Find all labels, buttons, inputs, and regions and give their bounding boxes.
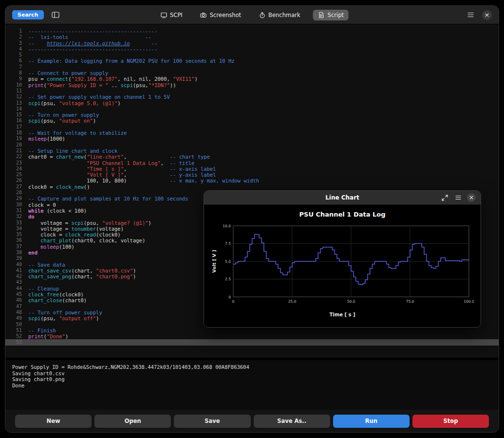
line-number: 1 [5, 28, 28, 34]
line-number: 10 [5, 82, 28, 88]
chart-window-titlebar[interactable]: Line Chart × [204, 191, 481, 205]
line-number: 39 [5, 256, 28, 261]
code-line[interactable]: 25 "Volt [ V ]", -- y-axis label [5, 172, 499, 178]
chart-menu-button[interactable] [454, 193, 463, 202]
code-line[interactable]: 1---------------------------------------… [5, 28, 499, 34]
tab-benchmark[interactable]: Benchmark [254, 10, 305, 20]
code-text: print("Power Supply ID = " .. scpi(psu,"… [28, 82, 499, 88]
code-line[interactable]: 8-- Connect to power supply [5, 70, 499, 76]
new-button[interactable]: New [15, 415, 92, 428]
line-number: 2 [5, 34, 28, 40]
tab-label: SCPI [170, 12, 183, 18]
search-button[interactable]: Search [12, 10, 44, 19]
code-line[interactable]: 19msleep(1000) [5, 136, 499, 142]
tab-label: Script [328, 12, 344, 18]
svg-text:100.0: 100.0 [464, 299, 474, 304]
line-number: 51 [5, 328, 28, 333]
svg-text:0: 0 [228, 295, 231, 299]
line-number: 52 [5, 333, 28, 339]
code-line[interactable]: 26 100, 10, 800) -- x max, y max, window… [5, 178, 499, 183]
save-as-button[interactable]: Save As.. [254, 415, 330, 428]
code-line[interactable]: 52print("Done") [5, 333, 499, 339]
line-number: 47 [5, 304, 28, 310]
line-number: 29 [5, 196, 28, 201]
code-text: clock0 = clock_new() [28, 184, 499, 190]
code-line[interactable]: 24 "Time [ s ]", -- x-axis label [5, 166, 499, 172]
code-text: scpi(psu, "voltage 5.0, (@1)") [28, 100, 499, 106]
code-line[interactable]: 53 [5, 339, 499, 345]
line-number: 27 [5, 184, 28, 190]
code-line[interactable]: 4---------------------------------------… [5, 46, 499, 52]
line-chart-window: Line Chart × PSU Channel 1 Data Log [204, 190, 481, 328]
line-number: 42 [5, 274, 28, 279]
code-text: msleep(1000) [28, 136, 499, 142]
code-line[interactable]: 22chart0 = chart_new("line-chart", -- ch… [5, 154, 499, 160]
code-line[interactable]: 6-- Example: Data logging from a NGM202 … [5, 58, 499, 64]
code-line[interactable]: 21-- Setup line chart and clock [5, 148, 499, 154]
line-number: 32 [5, 214, 28, 219]
code-line[interactable]: 3-- https://lxi-tools.github.io -- [5, 40, 499, 46]
header-bar: Search SCPI [5, 6, 499, 24]
run-button[interactable]: Run [333, 415, 410, 428]
hamburger-menu-icon [455, 194, 462, 201]
line-number: 40 [5, 262, 28, 268]
save-button[interactable]: Save [174, 415, 250, 428]
code-line[interactable]: 7 [5, 64, 499, 70]
code-line[interactable]: 12-- Set power supply voltage on channel… [5, 94, 499, 100]
code-line[interactable]: 18-- Wait for voltage to stabilize [5, 130, 499, 136]
code-line[interactable]: 5 [5, 52, 499, 58]
chart-y-axis-label: Volt [ V ] [211, 250, 217, 273]
code-line[interactable]: 23 "PSU Channel 1 Data Log", -- title [5, 160, 499, 166]
scpi-terminal-icon [160, 12, 167, 18]
line-number: 24 [5, 166, 28, 172]
tab-label: Screenshot [210, 12, 241, 18]
line-number: 13 [5, 100, 28, 106]
tab-script[interactable]: Script [313, 10, 349, 20]
hamburger-menu-icon [467, 11, 474, 18]
chart-body: PSU Channel 1 Data Log 025.050.075.0100.… [204, 205, 481, 328]
code-line[interactable]: 9psu = connect("192.168.0.107", nil, nil… [5, 76, 499, 82]
code-text [28, 339, 499, 345]
line-number: 25 [5, 172, 28, 178]
code-line[interactable]: 16scpi(psu, "output on") [5, 118, 499, 124]
code-line[interactable]: 10print("Power Supply ID = " .. scpi(psu… [5, 82, 499, 88]
code-text: "Volt [ V ]", -- y-axis label [28, 172, 499, 178]
code-text [28, 106, 499, 112]
chart-plot-svg: 025.050.075.0100.002.55.07.510.0Volt [ V… [210, 223, 474, 310]
close-icon: × [469, 195, 474, 201]
code-line[interactable]: 51-- Finish [5, 328, 499, 333]
code-line[interactable]: 20 [5, 142, 499, 148]
main-menu-button[interactable] [466, 10, 475, 19]
svg-text:2.5: 2.5 [225, 277, 231, 281]
code-line[interactable]: 14 [5, 106, 499, 112]
chart-close-button[interactable]: × [467, 193, 476, 202]
code-line[interactable]: 2-- lxi-tools -- [5, 34, 499, 40]
svg-text:5.0: 5.0 [225, 259, 231, 264]
line-number: 34 [5, 226, 28, 232]
line-number: 11 [5, 88, 28, 94]
chart-fullscreen-button[interactable] [440, 193, 449, 202]
console-line: Done [12, 383, 492, 389]
code-line[interactable]: 27clock0 = clock_new() [5, 184, 499, 190]
line-number: 26 [5, 178, 28, 183]
line-number: 15 [5, 112, 28, 118]
code-text: psu = connect("192.168.0.107", nil, nil,… [28, 76, 499, 82]
svg-text:25.0: 25.0 [288, 299, 297, 304]
app-window: Search SCPI [5, 5, 499, 433]
svg-text:50.0: 50.0 [347, 299, 355, 304]
code-text: scpi(psu, "output on") [28, 118, 499, 124]
line-number: 23 [5, 160, 28, 166]
stop-button[interactable]: Stop [412, 415, 489, 428]
line-number: 20 [5, 142, 28, 148]
tab-screenshot[interactable]: Screenshot [195, 10, 246, 20]
window-close-button[interactable]: × [482, 10, 492, 20]
line-number: 36 [5, 237, 28, 243]
code-line[interactable]: 13scpi(psu, "voltage 5.0, (@1)") [5, 100, 499, 106]
stopwatch-icon [259, 12, 265, 18]
tab-scpi[interactable]: SCPI [155, 10, 187, 20]
code-line[interactable]: 11 [5, 88, 499, 94]
code-line[interactable]: 15-- Turn on power supply [5, 112, 499, 118]
code-line[interactable]: 17 [5, 124, 499, 130]
open-button[interactable]: Open [94, 415, 171, 428]
sidebar-toggle-button[interactable] [51, 10, 60, 19]
